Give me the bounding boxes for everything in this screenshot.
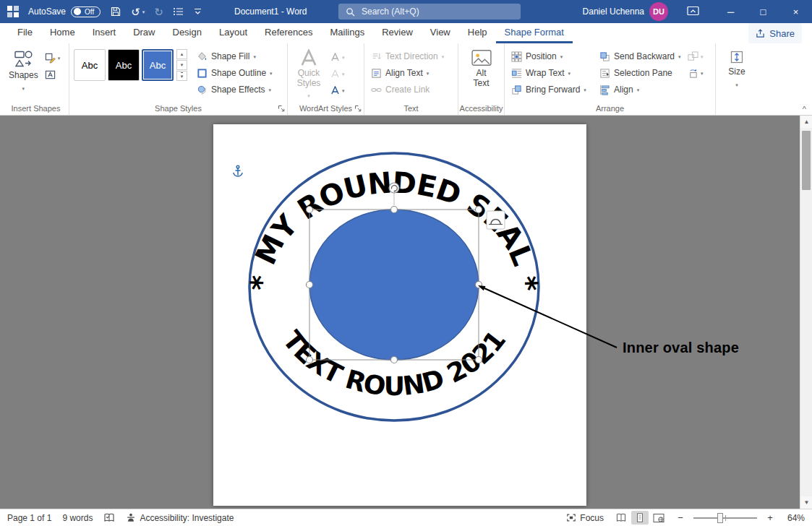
send-backward-icon xyxy=(599,51,610,62)
selection-handle-top-left[interactable] xyxy=(307,207,313,213)
chevron-down-icon xyxy=(342,84,345,97)
shape-styles-dialog-launcher-icon[interactable] xyxy=(278,105,285,112)
selection-handle-middle-right[interactable] xyxy=(476,282,482,288)
account-name[interactable]: Daniel Uchenna xyxy=(583,0,644,23)
chevron-down-icon xyxy=(253,51,256,61)
shape-fill-button[interactable]: Shape Fill xyxy=(195,49,275,64)
text-effects-button[interactable] xyxy=(328,83,347,98)
text-box-button[interactable] xyxy=(43,67,63,82)
focus-icon xyxy=(566,513,576,522)
zoom-slider[interactable] xyxy=(693,517,757,519)
shape-style-preview-black[interactable]: Abc xyxy=(108,49,140,81)
tab-file[interactable]: File xyxy=(9,23,41,43)
text-outline-button[interactable] xyxy=(328,66,347,81)
avatar[interactable]: DU xyxy=(649,2,668,21)
word-count[interactable]: 9 words xyxy=(62,513,93,523)
shape-effects-button[interactable]: Shape Effects xyxy=(195,82,275,97)
size-button[interactable]: Size xyxy=(727,49,746,90)
rotate-objects-button[interactable] xyxy=(685,66,706,80)
alt-text-button[interactable]: Alt Text xyxy=(470,49,493,89)
tab-design[interactable]: Design xyxy=(164,23,210,43)
scroll-up-button[interactable]: ▲ xyxy=(800,116,812,128)
ribbon-display-options-icon[interactable] xyxy=(687,6,699,16)
scroll-down-button[interactable]: ▼ xyxy=(800,496,812,509)
chevron-down-icon xyxy=(701,50,704,63)
align-text-button[interactable]: Align Text xyxy=(369,66,446,80)
position-button[interactable]: Position xyxy=(509,49,594,64)
quick-access-toolbar: AutoSave Off ↺▾ ↻ xyxy=(0,5,202,18)
tab-references[interactable]: References xyxy=(256,23,321,43)
tab-shape-format[interactable]: Shape Format xyxy=(496,23,573,43)
inner-oval-shape[interactable] xyxy=(309,210,479,360)
tab-mailings[interactable]: Mailings xyxy=(322,23,374,43)
document-page[interactable]: * MY ROUNDED SEAL * TEXT ROUND 2021 xyxy=(213,124,586,506)
gallery-down-button[interactable] xyxy=(176,60,187,70)
tab-insert[interactable]: Insert xyxy=(84,23,125,43)
shape-style-preview-blue-selected[interactable]: Abc xyxy=(142,49,174,81)
share-button[interactable]: Share xyxy=(748,23,802,43)
close-button[interactable]: × xyxy=(779,0,812,23)
shape-outline-button[interactable]: Shape Outline xyxy=(195,66,275,80)
layout-options-button[interactable] xyxy=(487,211,505,229)
zoom-out-button[interactable]: − xyxy=(676,512,685,523)
collapse-ribbon-icon[interactable]: ^ xyxy=(803,105,806,113)
send-backward-button[interactable]: Send Backward xyxy=(597,49,683,64)
paint-bucket-icon xyxy=(197,51,208,62)
wordart-dialog-launcher-icon[interactable] xyxy=(354,105,362,112)
shapes-button[interactable]: Shapes xyxy=(7,49,40,93)
bring-forward-button[interactable]: Bring Forward xyxy=(509,82,594,97)
tab-layout[interactable]: Layout xyxy=(210,23,256,43)
align-objects-button[interactable]: Align xyxy=(597,82,683,97)
accessibility-checker[interactable]: Accessibility: Investigate xyxy=(126,512,234,523)
tab-help[interactable]: Help xyxy=(459,23,496,43)
tab-view[interactable]: View xyxy=(422,23,459,43)
read-mode-button[interactable] xyxy=(612,511,630,525)
gallery-more-button[interactable] xyxy=(176,71,187,81)
tab-home[interactable]: Home xyxy=(41,23,84,43)
autosave-control[interactable]: AutoSave Off xyxy=(28,7,101,17)
autosave-toggle[interactable]: Off xyxy=(71,7,101,17)
customize-toolbar-icon[interactable] xyxy=(193,7,202,16)
text-direction-button[interactable]: Text Direction xyxy=(369,49,446,64)
rotation-handle[interactable] xyxy=(389,183,399,193)
selection-handle-bottom-center[interactable] xyxy=(391,357,398,363)
save-button[interactable] xyxy=(110,6,121,17)
minimize-button[interactable]: ─ xyxy=(714,0,747,23)
wrap-text-button[interactable]: Wrap Text xyxy=(509,66,594,80)
zoom-in-button[interactable]: + xyxy=(766,512,774,523)
tab-draw[interactable]: Draw xyxy=(124,23,163,43)
quick-access-list-icon[interactable] xyxy=(173,7,184,17)
scrollbar-thumb[interactable] xyxy=(802,131,811,190)
undo-button[interactable]: ↺▾ xyxy=(131,7,145,17)
web-layout-button[interactable] xyxy=(650,511,667,525)
selection-handle-bottom-left[interactable] xyxy=(307,357,313,363)
page-indicator[interactable]: Page 1 of 1 xyxy=(7,513,51,523)
print-layout-button[interactable] xyxy=(631,511,649,525)
focus-button[interactable]: Focus xyxy=(566,513,604,523)
search-placeholder: Search (Alt+Q) xyxy=(362,7,419,17)
seal-wordart-graphic: * MY ROUNDED SEAL * TEXT ROUND 2021 xyxy=(213,124,586,506)
redo-button[interactable]: ↻ xyxy=(154,7,163,17)
gallery-up-button[interactable] xyxy=(176,49,187,59)
selection-handle-bottom-right[interactable] xyxy=(476,357,482,363)
chevron-down-icon xyxy=(678,51,681,61)
create-link-button[interactable]: Create Link xyxy=(369,82,446,97)
group-accessibility: Alt Text Accessibility xyxy=(458,43,505,115)
shape-style-preview-white[interactable]: Abc xyxy=(74,49,106,81)
selection-handle-top-center[interactable] xyxy=(391,207,398,213)
vertical-scrollbar[interactable]: ▲ ▼ xyxy=(800,116,812,509)
zoom-slider-thumb[interactable] xyxy=(717,513,723,523)
tab-review[interactable]: Review xyxy=(373,23,422,43)
edit-shape-button[interactable] xyxy=(43,51,63,65)
group-objects-button[interactable] xyxy=(685,49,706,64)
proofing-icon[interactable] xyxy=(103,512,115,523)
selection-handle-middle-left[interactable] xyxy=(307,282,313,288)
zoom-level[interactable]: 64% xyxy=(783,513,805,523)
selection-pane-button[interactable]: Selection Pane xyxy=(597,66,683,80)
selection-handle-top-right[interactable] xyxy=(476,207,482,213)
quick-styles-button[interactable]: Quick Styles xyxy=(292,49,325,101)
text-fill-button[interactable] xyxy=(328,50,347,64)
word-app-icon[interactable] xyxy=(7,5,20,18)
maximize-button[interactable]: □ xyxy=(747,0,779,23)
search-box[interactable]: Search (Alt+Q) xyxy=(338,4,521,20)
